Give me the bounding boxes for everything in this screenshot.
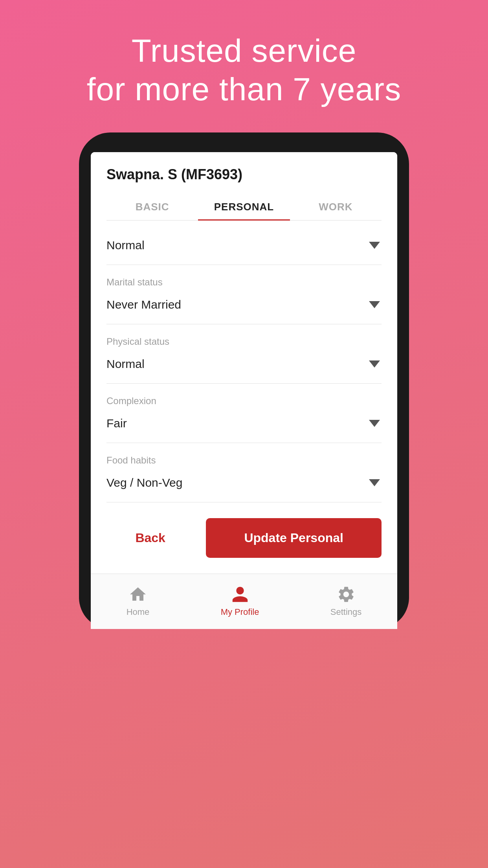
field-food-habits: Food habits Veg / Non-Veg: [106, 443, 382, 502]
nav-settings-label: Settings: [330, 607, 362, 617]
complexion-select[interactable]: Fair: [106, 410, 382, 439]
food-habits-value: Veg / Non-Veg: [106, 476, 182, 489]
home-icon: [128, 585, 147, 604]
nav-settings[interactable]: Settings: [330, 585, 362, 617]
bottom-nav: Home My Profile Settings: [91, 574, 397, 629]
food-habits-label: Food habits: [106, 455, 382, 466]
physical-status-select[interactable]: Normal: [106, 351, 382, 379]
field-complexion: Complexion Fair: [106, 384, 382, 443]
physical-status-label: Physical status: [106, 336, 382, 347]
complexion-label: Complexion: [106, 395, 382, 406]
nav-my-profile[interactable]: My Profile: [221, 585, 259, 617]
settings-icon: [337, 585, 356, 604]
marital-status-value: Never Married: [106, 298, 181, 311]
nav-home-label: Home: [127, 607, 150, 617]
update-personal-button[interactable]: Update Personal: [206, 518, 382, 558]
field-physical-status: Physical status Normal: [106, 324, 382, 384]
tab-basic[interactable]: BASIC: [106, 194, 198, 220]
complexion-chevron-icon: [369, 420, 380, 427]
phone-device: Swapna. S (MF3693) BASIC PERSONAL WORK: [79, 132, 409, 629]
app-header: Trusted service for more than 7 years: [0, 0, 488, 132]
body-type-chevron-icon: [369, 242, 380, 249]
tabs-container: BASIC PERSONAL WORK: [106, 194, 382, 221]
marital-status-label: Marital status: [106, 277, 382, 288]
profile-name: Swapna. S (MF3693): [106, 166, 382, 183]
nav-home[interactable]: Home: [127, 585, 150, 617]
tab-work[interactable]: WORK: [290, 194, 382, 220]
physical-status-chevron-icon: [369, 360, 380, 368]
form-area: Normal Marital status Never Married Phys…: [91, 221, 397, 502]
back-button[interactable]: Back: [106, 520, 194, 556]
food-habits-select[interactable]: Veg / Non-Veg: [106, 470, 382, 498]
phone-screen: Swapna. S (MF3693) BASIC PERSONAL WORK: [91, 152, 397, 629]
body-type-select[interactable]: Normal: [106, 232, 382, 261]
marital-status-chevron-icon: [369, 301, 380, 308]
action-row: Back Update Personal: [91, 502, 397, 574]
tab-personal[interactable]: PERSONAL: [198, 194, 290, 220]
physical-status-value: Normal: [106, 357, 145, 371]
complexion-value: Fair: [106, 417, 127, 430]
food-habits-chevron-icon: [369, 479, 380, 486]
body-type-value: Normal: [106, 239, 145, 252]
person-icon: [231, 585, 250, 604]
nav-my-profile-label: My Profile: [221, 607, 259, 617]
phone-mockup: Swapna. S (MF3693) BASIC PERSONAL WORK: [0, 132, 488, 629]
field-body-type: Normal: [106, 221, 382, 265]
header-title: Trusted service for more than 7 years: [0, 31, 488, 109]
field-marital-status: Marital status Never Married: [106, 265, 382, 324]
marital-status-select[interactable]: Never Married: [106, 292, 382, 320]
profile-header: Swapna. S (MF3693) BASIC PERSONAL WORK: [91, 152, 397, 221]
